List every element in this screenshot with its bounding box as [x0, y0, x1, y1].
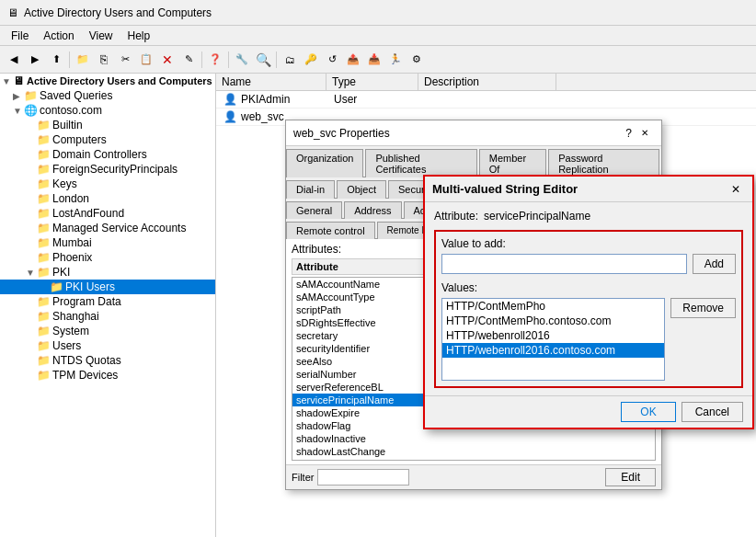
tree-fsp[interactable]: ▶ 📁 ForeignSecurityPrincipals: [0, 162, 215, 177]
col-description[interactable]: Description: [418, 74, 556, 90]
tree-pki-toggle[interactable]: ▼: [26, 268, 37, 278]
mve-value-to-add-label: Value to add:: [441, 237, 736, 250]
mve-value-3[interactable]: HTTP/webenroll2016.contoso.com: [442, 343, 664, 358]
toolbar-import[interactable]: 📥: [364, 50, 384, 70]
tree-sys-icon: 📁: [37, 325, 51, 337]
toolbar-properties[interactable]: 🔧: [232, 50, 252, 70]
tree-root[interactable]: ▼ 🖥 Active Directory Users and Computers: [0, 74, 215, 88]
mve-value-2[interactable]: HTTP/webenroll2016: [442, 328, 664, 343]
mve-attribute-row: Attribute: servicePrincipalName: [434, 210, 743, 223]
tree-msa[interactable]: ▶ 📁 Managed Service Accounts: [0, 221, 215, 235]
tree-keys[interactable]: ▶ 📁 Keys: [0, 177, 215, 191]
toolbar-new-folder[interactable]: 📁: [73, 50, 93, 70]
tree-contoso[interactable]: ▼ 🌐 contoso.com: [0, 103, 215, 118]
tree-users[interactable]: ▶ 📁 Users: [0, 338, 215, 353]
tree-fsp-icon: 📁: [37, 163, 51, 176]
tree-ntds-icon: 📁: [37, 354, 51, 367]
tab-organization[interactable]: Organization: [286, 149, 363, 177]
tree-london[interactable]: ▶ 📁 London: [0, 191, 215, 206]
list-header: Name Type Description: [216, 74, 756, 91]
tree-pki-users-label: PKI Users: [65, 280, 115, 293]
tree-root-label: Active Directory Users and Computers: [27, 75, 212, 86]
mve-cancel-btn[interactable]: Cancel: [682, 402, 743, 422]
mve-add-btn[interactable]: Add: [693, 254, 736, 274]
attr-row-12[interactable]: shadowInactive: [292, 432, 655, 445]
toolbar-delete[interactable]: ✕: [157, 50, 178, 70]
tab-general[interactable]: General: [286, 201, 342, 219]
tree-builtin[interactable]: ▶ 📁 Builtin: [0, 118, 215, 132]
toolbar-up[interactable]: ⬆: [46, 50, 66, 70]
mve-red-border-box: Value to add: Add Values: HTTP/ContMemPh…: [434, 230, 743, 388]
tab-password-rep[interactable]: Password Replication: [548, 149, 659, 177]
toolbar-forward[interactable]: ▶: [25, 50, 45, 70]
col-type[interactable]: Type: [326, 74, 418, 90]
tree-mumbai[interactable]: ▶ 📁 Mumbai: [0, 235, 215, 250]
col-name[interactable]: Name: [216, 74, 326, 90]
title-bar: 🖥 Active Directory Users and Computers: [0, 0, 756, 26]
list-row[interactable]: 👤 PKIAdmin User: [216, 91, 756, 109]
menu-file[interactable]: File: [4, 28, 36, 44]
mve-values-list[interactable]: HTTP/ContMemPho HTTP/ContMemPho.contoso.…: [441, 298, 665, 381]
edit-button[interactable]: Edit: [605, 468, 656, 486]
row1-desc: [422, 98, 560, 100]
toolbar-copy[interactable]: ⎘: [94, 50, 114, 70]
toolbar: ◀ ▶ ⬆ 📁 ⎘ ✂ 📋 ✕ ✎ ❓ 🔧 🔍 🗂 🔑 ↺ 📤 📥 🏃 ⚙: [0, 46, 756, 74]
tab-member-of[interactable]: Member Of: [479, 149, 546, 177]
tree-program-data[interactable]: ▶ 📁 Program Data: [0, 294, 215, 309]
toolbar-rename[interactable]: ✎: [178, 50, 199, 70]
tree-keys-icon: 📁: [37, 177, 51, 190]
properties-help-btn[interactable]: ?: [625, 127, 632, 140]
mve-ok-btn[interactable]: OK: [621, 402, 675, 422]
tab-object[interactable]: Object: [337, 180, 386, 199]
menu-help[interactable]: Help: [120, 28, 158, 44]
toolbar-search[interactable]: 🔍: [253, 50, 273, 70]
tree-pki[interactable]: ▼ 📁 PKI: [0, 265, 215, 280]
toolbar-cut[interactable]: ✂: [115, 50, 135, 70]
toolbar-help[interactable]: ❓: [205, 50, 225, 70]
toolbar-settings[interactable]: ⚙: [407, 50, 427, 70]
toolbar-refresh[interactable]: ↺: [322, 50, 342, 70]
tree-london-icon: 📁: [37, 192, 51, 205]
mve-value-0[interactable]: HTTP/ContMemPho: [442, 299, 664, 314]
tree-dc[interactable]: ▶ 📁 Domain Controllers: [0, 147, 215, 162]
mve-remove-btn[interactable]: Remove: [670, 298, 736, 318]
properties-title-bar: web_svc Properties ? ✕: [286, 120, 661, 146]
filter-input[interactable]: [317, 469, 409, 486]
tree-laf[interactable]: ▶ 📁 LostAndFound: [0, 206, 215, 221]
title-bar-text: Active Directory Users and Computers: [24, 6, 212, 19]
tab-dialin[interactable]: Dial-in: [286, 180, 335, 199]
menu-action[interactable]: Action: [36, 28, 81, 44]
tree-shanghai[interactable]: ▶ 📁 Shanghai: [0, 309, 215, 324]
toolbar-filter[interactable]: 🗂: [280, 50, 300, 70]
tab-address[interactable]: Address: [344, 201, 401, 219]
toolbar-paste[interactable]: 📋: [136, 50, 156, 70]
tree-msa-label: Managed Service Accounts: [52, 222, 186, 234]
menu-view[interactable]: View: [82, 28, 120, 44]
toolbar-domain[interactable]: 🔑: [301, 50, 321, 70]
tree-root-toggle[interactable]: ▼: [2, 76, 13, 86]
tree-computers[interactable]: ▶ 📁 Computers: [0, 132, 215, 147]
mve-value-input[interactable]: [441, 254, 687, 274]
tree-contoso-toggle[interactable]: ▼: [13, 106, 24, 116]
tree-tpm[interactable]: ▶ 📁 TPM Devices: [0, 368, 215, 383]
tree-system[interactable]: ▶ 📁 System: [0, 324, 215, 338]
tab-published-certs[interactable]: Published Certificates: [365, 149, 476, 177]
toolbar-delegate[interactable]: 🏃: [385, 50, 406, 70]
tree-mumbai-label: Mumbai: [52, 236, 92, 249]
tree-saved-queries[interactable]: ▶ 📁 Saved Queries: [0, 88, 215, 103]
tree-sq-toggle[interactable]: ▶: [13, 91, 24, 101]
mve-values-label: Values:: [441, 281, 736, 294]
tree-phoenix[interactable]: ▶ 📁 Phoenix: [0, 250, 215, 265]
tab-remote-control[interactable]: Remote control: [286, 222, 375, 239]
properties-close-btn[interactable]: ✕: [636, 124, 654, 143]
toolbar-export[interactable]: 📤: [343, 50, 363, 70]
tree-ntds[interactable]: ▶ 📁 NTDS Quotas: [0, 353, 215, 368]
attr-row-13[interactable]: shadowLastChange: [292, 445, 655, 458]
mve-value-1[interactable]: HTTP/ContMemPho.contoso.com: [442, 314, 664, 328]
toolbar-back[interactable]: ◀: [4, 50, 24, 70]
tree-pki-users[interactable]: ▶ 📁 PKI Users: [0, 280, 215, 294]
row1-name: 👤 PKIAdmin: [220, 92, 330, 107]
menu-bar: File Action View Help: [0, 26, 756, 46]
tree-tpm-label: TPM Devices: [52, 369, 118, 382]
mve-close-btn[interactable]: ✕: [727, 180, 745, 199]
